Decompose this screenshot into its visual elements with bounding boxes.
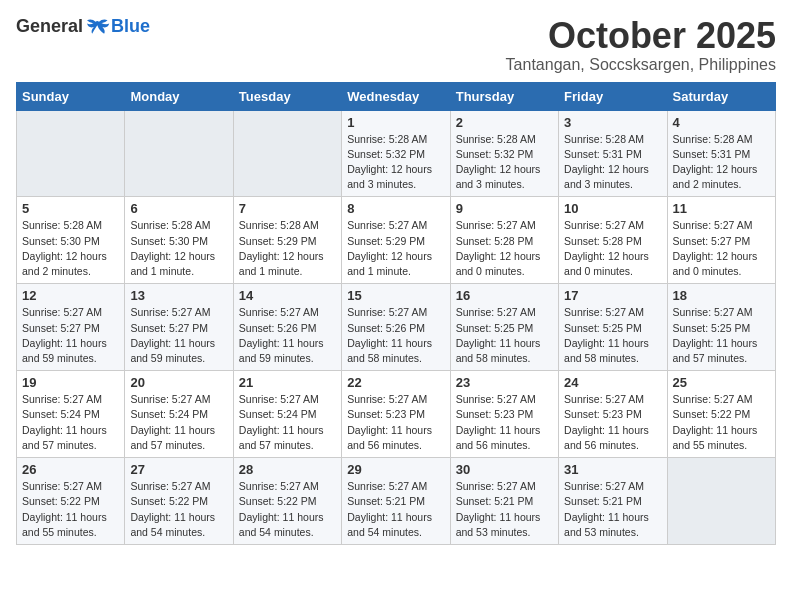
calendar-cell [17, 110, 125, 197]
sunrise-text: Sunrise: 5:27 AM [347, 219, 427, 231]
sunset-text: Sunset: 5:30 PM [130, 235, 208, 247]
sunrise-text: Sunrise: 5:28 AM [130, 219, 210, 231]
sunset-text: Sunset: 5:22 PM [22, 495, 100, 507]
calendar-cell: 6Sunrise: 5:28 AMSunset: 5:30 PMDaylight… [125, 197, 233, 284]
calendar-cell [233, 110, 341, 197]
day-number: 7 [239, 201, 336, 216]
calendar-cell: 9Sunrise: 5:27 AMSunset: 5:28 PMDaylight… [450, 197, 558, 284]
logo-blue-text: Blue [111, 16, 150, 37]
sunrise-text: Sunrise: 5:27 AM [456, 480, 536, 492]
daylight-text: Daylight: 12 hours and 0 minutes. [564, 250, 649, 277]
calendar-cell: 21Sunrise: 5:27 AMSunset: 5:24 PMDayligh… [233, 371, 341, 458]
daylight-text: Daylight: 11 hours and 59 minutes. [130, 337, 215, 364]
weekday-header: Saturday [667, 82, 775, 110]
calendar-cell: 4Sunrise: 5:28 AMSunset: 5:31 PMDaylight… [667, 110, 775, 197]
calendar-cell: 26Sunrise: 5:27 AMSunset: 5:22 PMDayligh… [17, 458, 125, 545]
daylight-text: Daylight: 11 hours and 54 minutes. [130, 511, 215, 538]
calendar-week-row: 26Sunrise: 5:27 AMSunset: 5:22 PMDayligh… [17, 458, 776, 545]
calendar-cell: 19Sunrise: 5:27 AMSunset: 5:24 PMDayligh… [17, 371, 125, 458]
daylight-text: Daylight: 11 hours and 57 minutes. [239, 424, 324, 451]
sunset-text: Sunset: 5:26 PM [347, 322, 425, 334]
daylight-text: Daylight: 11 hours and 55 minutes. [22, 511, 107, 538]
calendar-cell [667, 458, 775, 545]
day-info: Sunrise: 5:27 AMSunset: 5:25 PMDaylight:… [456, 305, 553, 366]
day-info: Sunrise: 5:28 AMSunset: 5:32 PMDaylight:… [456, 132, 553, 193]
logo: General Blue [16, 16, 150, 37]
calendar-cell: 7Sunrise: 5:28 AMSunset: 5:29 PMDaylight… [233, 197, 341, 284]
day-info: Sunrise: 5:27 AMSunset: 5:21 PMDaylight:… [456, 479, 553, 540]
day-info: Sunrise: 5:27 AMSunset: 5:21 PMDaylight:… [564, 479, 661, 540]
daylight-text: Daylight: 11 hours and 57 minutes. [22, 424, 107, 451]
day-info: Sunrise: 5:27 AMSunset: 5:26 PMDaylight:… [239, 305, 336, 366]
day-info: Sunrise: 5:28 AMSunset: 5:30 PMDaylight:… [22, 218, 119, 279]
daylight-text: Daylight: 12 hours and 1 minute. [130, 250, 215, 277]
day-number: 1 [347, 115, 444, 130]
sunset-text: Sunset: 5:31 PM [673, 148, 751, 160]
day-number: 31 [564, 462, 661, 477]
calendar-cell: 28Sunrise: 5:27 AMSunset: 5:22 PMDayligh… [233, 458, 341, 545]
sunset-text: Sunset: 5:26 PM [239, 322, 317, 334]
day-number: 30 [456, 462, 553, 477]
sunset-text: Sunset: 5:22 PM [239, 495, 317, 507]
day-number: 13 [130, 288, 227, 303]
day-info: Sunrise: 5:27 AMSunset: 5:26 PMDaylight:… [347, 305, 444, 366]
sunrise-text: Sunrise: 5:27 AM [347, 480, 427, 492]
sunset-text: Sunset: 5:21 PM [347, 495, 425, 507]
day-number: 16 [456, 288, 553, 303]
day-info: Sunrise: 5:27 AMSunset: 5:25 PMDaylight:… [564, 305, 661, 366]
weekday-header: Tuesday [233, 82, 341, 110]
calendar-week-row: 19Sunrise: 5:27 AMSunset: 5:24 PMDayligh… [17, 371, 776, 458]
calendar-header-row: SundayMondayTuesdayWednesdayThursdayFrid… [17, 82, 776, 110]
calendar-cell: 20Sunrise: 5:27 AMSunset: 5:24 PMDayligh… [125, 371, 233, 458]
day-number: 27 [130, 462, 227, 477]
sunrise-text: Sunrise: 5:28 AM [347, 133, 427, 145]
calendar-cell: 25Sunrise: 5:27 AMSunset: 5:22 PMDayligh… [667, 371, 775, 458]
sunset-text: Sunset: 5:30 PM [22, 235, 100, 247]
day-number: 12 [22, 288, 119, 303]
day-number: 6 [130, 201, 227, 216]
day-number: 2 [456, 115, 553, 130]
sunrise-text: Sunrise: 5:27 AM [456, 306, 536, 318]
sunset-text: Sunset: 5:27 PM [673, 235, 751, 247]
day-number: 15 [347, 288, 444, 303]
sunset-text: Sunset: 5:23 PM [347, 408, 425, 420]
calendar-cell: 23Sunrise: 5:27 AMSunset: 5:23 PMDayligh… [450, 371, 558, 458]
calendar-week-row: 12Sunrise: 5:27 AMSunset: 5:27 PMDayligh… [17, 284, 776, 371]
sunrise-text: Sunrise: 5:27 AM [564, 480, 644, 492]
sunrise-text: Sunrise: 5:27 AM [564, 393, 644, 405]
weekday-header: Sunday [17, 82, 125, 110]
day-number: 28 [239, 462, 336, 477]
sunset-text: Sunset: 5:29 PM [347, 235, 425, 247]
daylight-text: Daylight: 11 hours and 53 minutes. [456, 511, 541, 538]
sunset-text: Sunset: 5:23 PM [456, 408, 534, 420]
sunrise-text: Sunrise: 5:28 AM [456, 133, 536, 145]
logo-general-text: General [16, 16, 83, 37]
daylight-text: Daylight: 12 hours and 2 minutes. [22, 250, 107, 277]
daylight-text: Daylight: 11 hours and 53 minutes. [564, 511, 649, 538]
day-info: Sunrise: 5:27 AMSunset: 5:27 PMDaylight:… [22, 305, 119, 366]
day-info: Sunrise: 5:27 AMSunset: 5:27 PMDaylight:… [673, 218, 770, 279]
sunset-text: Sunset: 5:28 PM [456, 235, 534, 247]
location-title: Tantangan, Soccsksargen, Philippines [506, 56, 776, 74]
sunrise-text: Sunrise: 5:27 AM [22, 480, 102, 492]
day-info: Sunrise: 5:27 AMSunset: 5:24 PMDaylight:… [22, 392, 119, 453]
day-info: Sunrise: 5:27 AMSunset: 5:23 PMDaylight:… [347, 392, 444, 453]
calendar-cell: 24Sunrise: 5:27 AMSunset: 5:23 PMDayligh… [559, 371, 667, 458]
day-info: Sunrise: 5:27 AMSunset: 5:22 PMDaylight:… [130, 479, 227, 540]
daylight-text: Daylight: 12 hours and 1 minute. [347, 250, 432, 277]
day-number: 9 [456, 201, 553, 216]
daylight-text: Daylight: 12 hours and 0 minutes. [456, 250, 541, 277]
sunrise-text: Sunrise: 5:27 AM [673, 306, 753, 318]
day-number: 18 [673, 288, 770, 303]
day-number: 29 [347, 462, 444, 477]
day-info: Sunrise: 5:28 AMSunset: 5:31 PMDaylight:… [673, 132, 770, 193]
calendar-cell [125, 110, 233, 197]
sunrise-text: Sunrise: 5:27 AM [347, 393, 427, 405]
calendar-cell: 1Sunrise: 5:28 AMSunset: 5:32 PMDaylight… [342, 110, 450, 197]
sunrise-text: Sunrise: 5:27 AM [456, 393, 536, 405]
calendar-cell: 31Sunrise: 5:27 AMSunset: 5:21 PMDayligh… [559, 458, 667, 545]
sunset-text: Sunset: 5:27 PM [22, 322, 100, 334]
day-number: 21 [239, 375, 336, 390]
day-number: 26 [22, 462, 119, 477]
sunrise-text: Sunrise: 5:27 AM [130, 480, 210, 492]
